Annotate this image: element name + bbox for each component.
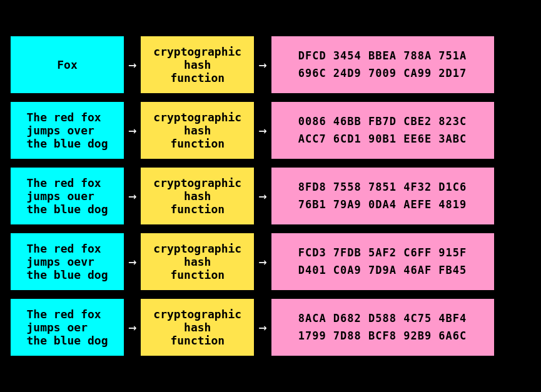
arrow-2-0: → [258,57,266,73]
hash-box-1: cryptographic hash function [139,101,255,160]
hash-row-3: The red fox jumps oevr the blue dog→cryp… [9,232,532,291]
arrow-1-3: → [128,254,136,269]
input-box-3: The red fox jumps oevr the blue dog [9,232,125,291]
arrow-1-1: → [128,123,136,138]
arrow-2-1: → [258,123,266,138]
hash-row-4: The red fox jumps oer the blue dog→crypt… [9,298,532,357]
output-box-2: 8FD8 7558 7851 4F32 D1C676B1 79A9 0DA4 A… [270,166,495,226]
output-box-1: 0086 46BB FB7D CBE2 823CACC7 6CD1 90B1 E… [270,101,495,160]
input-box-2: The red fox jumps ouer the blue dog [9,166,125,226]
input-box-0: Fox [9,35,125,94]
output-box-3: FCD3 7FDB 5AF2 C6FF 915FD401 C0A9 7D9A 4… [270,232,495,291]
arrow-2-3: → [258,254,266,269]
diagram: Fox→cryptographic hash function→DFCD 345… [0,26,541,366]
arrow-2-2: → [258,188,266,204]
output-box-0: DFCD 3454 BBEA 788A 751A696C 24D9 7009 C… [270,35,495,94]
hash-row-1: The red fox jumps over the blue dog→cryp… [9,101,532,160]
hash-box-0: cryptographic hash function [139,35,255,94]
hash-box-4: cryptographic hash function [139,298,255,357]
hash-row-2: The red fox jumps ouer the blue dog→cryp… [9,166,532,226]
hash-row-0: Fox→cryptographic hash function→DFCD 345… [9,35,532,94]
arrow-1-2: → [128,188,136,204]
output-box-4: 8ACA D682 D588 4C75 4BF41799 7D88 BCF8 9… [270,298,495,357]
input-box-4: The red fox jumps oer the blue dog [9,298,125,357]
hash-box-3: cryptographic hash function [139,232,255,291]
hash-box-2: cryptographic hash function [139,166,255,226]
arrow-1-4: → [128,319,136,335]
input-box-1: The red fox jumps over the blue dog [9,101,125,160]
arrow-1-0: → [128,57,136,73]
arrow-2-4: → [258,319,266,335]
